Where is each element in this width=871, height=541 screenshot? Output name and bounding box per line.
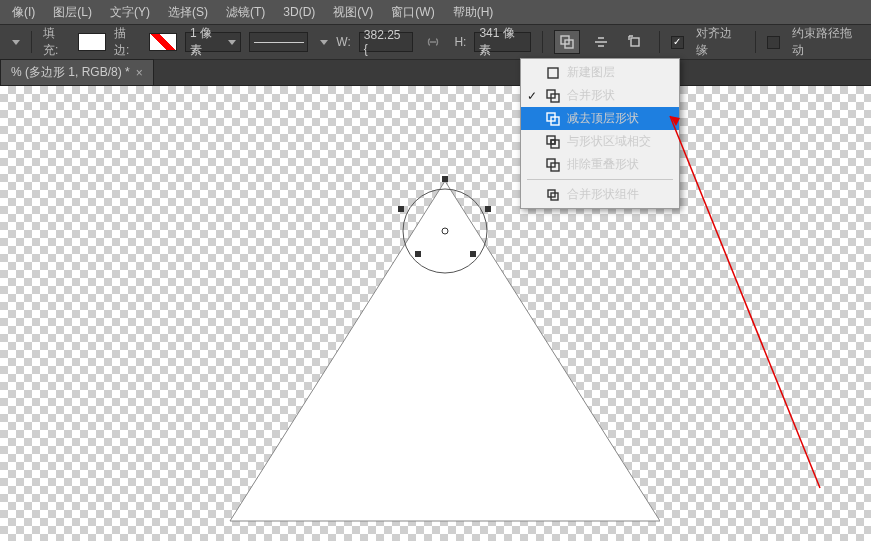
- svg-rect-11: [548, 68, 558, 78]
- path-arrange-button[interactable]: [622, 30, 648, 54]
- document-tab[interactable]: % (多边形 1, RGB/8) * ×: [0, 59, 154, 85]
- subtract-icon: [545, 111, 561, 127]
- svg-rect-18: [551, 140, 555, 144]
- svg-rect-7: [485, 206, 491, 212]
- align-edges-checkbox[interactable]: [671, 36, 684, 49]
- svg-rect-2: [631, 38, 639, 46]
- menu-select[interactable]: 选择(S): [160, 1, 216, 24]
- path-ops-button[interactable]: [554, 30, 580, 54]
- merge-icon: [545, 187, 561, 203]
- chevron-down-icon[interactable]: [320, 40, 328, 45]
- menu-text[interactable]: 文字(Y): [102, 1, 158, 24]
- stroke-width-value: 1 像素: [190, 25, 224, 59]
- width-input[interactable]: 382.25 {: [359, 32, 413, 52]
- chevron-down-icon: [228, 40, 236, 45]
- combine-icon: [545, 88, 561, 104]
- close-tab-icon[interactable]: ×: [136, 66, 143, 80]
- menu-image[interactable]: 像(I): [4, 1, 43, 24]
- stroke-width-select[interactable]: 1 像素: [185, 32, 241, 52]
- menu-combine-shapes[interactable]: ✓ 合并形状: [521, 84, 679, 107]
- stroke-style-select[interactable]: [249, 32, 309, 52]
- menu-bar: 像(I) 图层(L) 文字(Y) 选择(S) 滤镜(T) 3D(D) 视图(V)…: [0, 0, 871, 24]
- new-layer-icon: [545, 65, 561, 81]
- menu-new-layer[interactable]: 新建图层: [521, 61, 679, 84]
- width-label: W:: [336, 35, 350, 49]
- svg-rect-9: [470, 251, 476, 257]
- menu-subtract-front[interactable]: 减去顶层形状: [521, 107, 679, 130]
- svg-marker-3: [230, 181, 660, 521]
- menu-view[interactable]: 视图(V): [325, 1, 381, 24]
- height-input[interactable]: 341 像素: [474, 32, 531, 52]
- constrain-path-checkbox[interactable]: [767, 36, 780, 49]
- menu-exclude[interactable]: 排除重叠形状: [521, 153, 679, 176]
- constrain-path-label: 约束路径拖动: [792, 25, 864, 59]
- stroke-swatch[interactable]: [149, 33, 177, 51]
- document-tabs: % (多边形 1, RGB/8) * ×: [0, 60, 871, 86]
- fill-swatch[interactable]: [78, 33, 106, 51]
- menu-merge-components[interactable]: 合并形状组件: [521, 183, 679, 206]
- document-tab-title: % (多边形 1, RGB/8) *: [11, 64, 130, 81]
- align-edges-label: 对齐边缘: [696, 25, 744, 59]
- menu-filter[interactable]: 滤镜(T): [218, 1, 273, 24]
- menu-layer[interactable]: 图层(L): [45, 1, 100, 24]
- options-bar: 填充: 描边: 1 像素 W: 382.25 { H: 341 像素 对齐边缘 …: [0, 24, 871, 60]
- path-align-button[interactable]: [588, 30, 614, 54]
- intersect-icon: [545, 134, 561, 150]
- menu-window[interactable]: 窗口(W): [383, 1, 442, 24]
- fill-label: 填充:: [43, 25, 70, 59]
- exclude-icon: [545, 157, 561, 173]
- canvas[interactable]: [0, 86, 871, 541]
- link-icon[interactable]: [421, 30, 447, 54]
- menu-help[interactable]: 帮助(H): [445, 1, 502, 24]
- shape-artwork: [160, 176, 660, 541]
- stroke-label: 描边:: [114, 25, 141, 59]
- svg-rect-5: [442, 176, 448, 182]
- menu-intersect[interactable]: 与形状区域相交: [521, 130, 679, 153]
- svg-rect-6: [398, 206, 404, 212]
- tool-preset-dropdown[interactable]: [12, 40, 20, 45]
- path-operations-menu: 新建图层 ✓ 合并形状 减去顶层形状 与形状区域相交 排除重叠形状 合并形状组件: [520, 58, 680, 209]
- menu-3d[interactable]: 3D(D): [275, 2, 323, 22]
- svg-rect-8: [415, 251, 421, 257]
- height-label: H:: [454, 35, 466, 49]
